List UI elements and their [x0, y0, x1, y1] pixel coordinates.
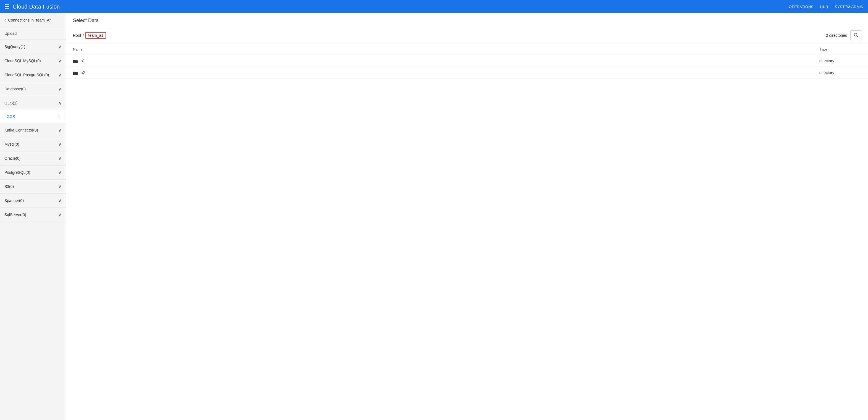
row-name: a2 [66, 67, 813, 79]
table-row[interactable]: a1directory [66, 55, 868, 67]
row-name: a1 [66, 55, 813, 67]
search-icon [854, 32, 858, 37]
select-data-header: Select Data [66, 13, 868, 27]
row-name-text: a2 [81, 70, 85, 75]
hamburger-icon[interactable]: ☰ [4, 3, 9, 10]
postgresql-label: PostgreSQL(0) [4, 170, 30, 175]
sqlserver-label: SqlServer(0) [4, 212, 26, 217]
oracle-label: Oracle(0) [4, 156, 21, 160]
operations-link[interactable]: OPERATIONS [789, 5, 813, 9]
search-button[interactable] [850, 30, 861, 40]
hub-link[interactable]: HUB [820, 5, 828, 9]
cloudsql-mysql-chevron-icon: ∨ [58, 58, 62, 64]
app-title: Cloud Data Fusion [13, 4, 60, 10]
top-nav-left: ☰ Cloud Data Fusion [4, 3, 60, 10]
gcs-label: GCS(1) [4, 101, 18, 105]
directory-count: 2 directories [826, 33, 847, 37]
database-label: Database(0) [4, 87, 26, 91]
oracle-chevron-icon: ∨ [58, 155, 62, 161]
s3-label: S3(0) [4, 184, 14, 189]
mysql-chevron-icon: ∨ [58, 141, 62, 147]
spanner-label: Spanner(0) [4, 199, 24, 203]
select-data-title: Select Data [73, 18, 99, 23]
breadcrumb-bar: Root / team_a1 2 directories [66, 27, 868, 44]
gcs-chevron-icon: ∧ [58, 100, 62, 106]
sidebar-item-s3[interactable]: S3(0) ∨ [0, 180, 66, 194]
svg-line-1 [857, 36, 858, 37]
breadcrumb-current[interactable]: team_a1 [85, 32, 106, 39]
sidebar-item-sqlserver[interactable]: SqlServer(0) ∨ [0, 208, 66, 222]
cloudsql-mysql-label: CloudSQL MySQL(0) [4, 59, 41, 63]
folder-icon [73, 58, 78, 63]
sidebar-item-bigquery[interactable]: BigQuery(1) ∨ [0, 40, 66, 54]
gcs-subitem-label: GCS [7, 114, 15, 119]
breadcrumb-separator: / [83, 33, 84, 37]
database-chevron-icon: ∨ [58, 86, 62, 92]
sidebar-subitem-gcs[interactable]: GCS ⋮ [0, 110, 66, 123]
gcs-subitem-dots-icon[interactable]: ⋮ [57, 114, 62, 120]
system-admin-link[interactable]: SYSTEM ADMIN [835, 5, 864, 9]
sqlserver-chevron-icon: ∨ [58, 212, 62, 218]
content-area: Select Data Root / team_a1 2 directories [66, 13, 868, 420]
mysql-label: Mysql(0) [4, 142, 19, 146]
sidebar-item-gcs[interactable]: GCS(1) ∧ [0, 96, 66, 110]
row-name-text: a1 [81, 59, 85, 63]
svg-point-0 [854, 33, 857, 36]
col-name-header: Name [66, 44, 813, 55]
bigquery-label: BigQuery(1) [4, 44, 25, 49]
breadcrumb-left: Root / team_a1 [73, 32, 106, 39]
sidebar-item-kafka[interactable]: Kafka Connector(0) ∨ [0, 123, 66, 137]
bigquery-chevron-icon: ∨ [58, 44, 62, 50]
cloudsql-postgresql-label: CloudSQL PostgreSQL(0) [4, 73, 49, 77]
top-nav-right: OPERATIONS HUB SYSTEM ADMIN [789, 5, 864, 9]
sidebar-upload[interactable]: Upload [0, 27, 66, 40]
kafka-chevron-icon: ∨ [58, 127, 62, 133]
sidebar: ‹ Connections in "team_A" Upload BigQuer… [0, 13, 66, 420]
sidebar-item-mysql[interactable]: Mysql(0) ∨ [0, 137, 66, 151]
sidebar-item-cloudsql-postgresql[interactable]: CloudSQL PostgreSQL(0) ∨ [0, 68, 66, 82]
back-arrow-icon: ‹ [4, 18, 6, 23]
row-type: directory [813, 55, 868, 67]
top-nav: ☰ Cloud Data Fusion OPERATIONS HUB SYSTE… [0, 0, 868, 13]
breadcrumb-right: 2 directories [826, 30, 861, 40]
sidebar-back-label: Connections in "team_A" [8, 18, 51, 22]
kafka-label: Kafka Connector(0) [4, 128, 38, 132]
sidebar-item-postgresql[interactable]: PostgreSQL(0) ∨ [0, 166, 66, 180]
folder-icon [73, 70, 78, 75]
sidebar-item-database[interactable]: Database(0) ∨ [0, 82, 66, 96]
sidebar-back[interactable]: ‹ Connections in "team_A" [0, 13, 66, 27]
postgresql-chevron-icon: ∨ [58, 169, 62, 176]
breadcrumb-root[interactable]: Root [73, 33, 81, 37]
spanner-chevron-icon: ∨ [58, 198, 62, 204]
sidebar-item-cloudsql-mysql[interactable]: CloudSQL MySQL(0) ∨ [0, 54, 66, 68]
main-layout: ‹ Connections in "team_A" Upload BigQuer… [0, 13, 868, 420]
data-table: Name Type a1directorya2directory [66, 44, 868, 79]
row-type: directory [813, 67, 868, 79]
s3-chevron-icon: ∨ [58, 183, 62, 189]
cloudsql-postgresql-chevron-icon: ∨ [58, 72, 62, 78]
sidebar-item-spanner[interactable]: Spanner(0) ∨ [0, 194, 66, 208]
table-row[interactable]: a2directory [66, 67, 868, 79]
col-type-header: Type [813, 44, 868, 55]
sidebar-item-oracle[interactable]: Oracle(0) ∨ [0, 151, 66, 166]
